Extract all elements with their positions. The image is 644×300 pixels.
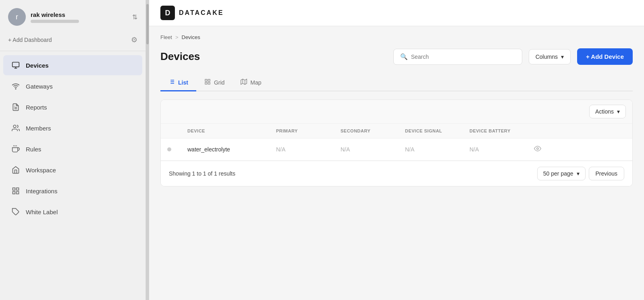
integrations-icon [11, 186, 20, 195]
grid-tab-icon [204, 79, 211, 86]
tab-map-label: Map [250, 79, 261, 86]
gateways-icon [11, 82, 20, 91]
row-view-icon[interactable] [534, 145, 554, 154]
breadcrumb-current: Devices [182, 34, 200, 40]
sidebar-item-reports-label: Reports [26, 104, 47, 111]
svg-point-28 [537, 148, 539, 150]
white-label-icon [11, 207, 20, 216]
sidebar: r rak wireless ⇅ + Add Dashboard ⚙ Devic… [0, 0, 146, 300]
actions-label: Actions [595, 108, 614, 115]
row-status [167, 147, 187, 151]
add-dashboard-button[interactable]: + Add Dashboard [8, 37, 52, 43]
devices-table: Actions ▾ DEVICE PRIMARY SECONDARY DEVIC… [160, 99, 633, 186]
workspace-icon [11, 166, 20, 174]
per-page-label: 50 per page [543, 170, 573, 177]
actions-bar: Actions ▾ [161, 100, 632, 124]
col-header-status [167, 128, 187, 133]
table-header: DEVICE PRIMARY SECONDARY DEVICE SIGNAL D… [161, 124, 632, 139]
svg-rect-13 [13, 192, 15, 194]
logo-box: D [160, 6, 175, 20]
columns-chevron-icon: ▾ [561, 54, 564, 60]
sidebar-item-gateways-label: Gateways [26, 83, 53, 90]
sidebar-actions-bar: + Add Dashboard ⚙ [0, 32, 145, 51]
workspace-header: r rak wireless ⇅ [0, 0, 145, 32]
search-input[interactable] [411, 54, 515, 60]
actions-chevron-icon: ▾ [617, 108, 620, 115]
tab-grid-label: Grid [214, 79, 224, 86]
svg-point-3 [15, 89, 16, 89]
sidebar-item-members-label: Members [26, 125, 51, 132]
svg-point-6 [13, 125, 16, 128]
logo-area: D DATACAKE [160, 6, 224, 20]
col-header-signal: DEVICE SIGNAL [405, 128, 469, 133]
content-area: Fleet > Devices Devices 🔍 Columns ▾ + Ad… [149, 26, 644, 300]
svg-rect-23 [208, 82, 210, 84]
row-primary: N/A [276, 146, 341, 153]
sidebar-item-workspace[interactable]: Workspace [3, 160, 142, 180]
page-title: Devices [160, 50, 387, 63]
chevron-updown-icon[interactable]: ⇅ [132, 13, 137, 21]
sidebar-item-members[interactable]: Members [3, 118, 142, 138]
search-box[interactable]: 🔍 [393, 49, 522, 65]
tab-grid[interactable]: Grid [196, 74, 233, 91]
svg-rect-12 [17, 192, 19, 194]
col-header-row-actions [534, 128, 554, 133]
results-text: Showing 1 to 1 of 1 results [169, 170, 235, 177]
logo-text: DATACAKE [179, 9, 224, 17]
row-battery: N/A [469, 146, 534, 153]
sidebar-item-gateways[interactable]: Gateways [3, 76, 142, 96]
row-secondary: N/A [341, 146, 405, 153]
sidebar-item-workspace-label: Workspace [26, 167, 56, 174]
row-device-name[interactable]: water_electrolyte [187, 146, 276, 153]
svg-rect-24 [205, 82, 207, 84]
svg-rect-22 [208, 79, 210, 81]
scroll-thumb[interactable] [146, 4, 149, 44]
col-header-device: DEVICE [187, 128, 276, 133]
table-footer: Showing 1 to 1 of 1 results 50 per page … [161, 161, 632, 186]
sidebar-item-reports[interactable]: Reports [3, 97, 142, 117]
table-row: water_electrolyte N/A N/A N/A N/A [161, 139, 632, 161]
per-page-select[interactable]: 50 per page ▾ [537, 167, 586, 180]
sidebar-item-rules[interactable]: Rules [3, 139, 142, 159]
rules-icon [11, 145, 20, 153]
status-dot [167, 147, 171, 151]
svg-rect-21 [205, 79, 207, 81]
columns-label: Columns [536, 54, 558, 60]
sidebar-item-white-label[interactable]: White Label [3, 202, 142, 222]
sidebar-divider [0, 51, 145, 51]
row-signal: N/A [405, 146, 469, 153]
main-content: D DATACAKE Fleet > Devices Devices 🔍 Col… [149, 0, 644, 300]
sidebar-item-integrations[interactable]: Integrations [3, 181, 142, 201]
pagination-controls: 50 per page ▾ Previous [537, 167, 624, 180]
sidebar-item-integrations-label: Integrations [26, 188, 57, 194]
avatar[interactable]: r [8, 8, 26, 26]
sidebar-item-devices[interactable]: Devices [3, 55, 142, 75]
actions-button[interactable]: Actions ▾ [589, 105, 626, 118]
col-header-primary: PRIMARY [276, 128, 341, 133]
svg-rect-0 [12, 62, 19, 67]
map-tab-icon [241, 79, 247, 86]
per-page-chevron-icon: ▾ [577, 170, 580, 177]
workspace-sub-blurred [31, 20, 79, 23]
search-icon: 🔍 [400, 53, 408, 60]
tab-list-label: List [178, 79, 188, 86]
add-device-button[interactable]: + Add Device [577, 48, 633, 65]
tab-map[interactable]: Map [233, 74, 269, 91]
previous-button[interactable]: Previous [589, 167, 624, 180]
breadcrumb-separator: > [175, 34, 179, 40]
breadcrumb: Fleet > Devices [160, 34, 633, 40]
sidebar-nav: Devices Gateways Reports [0, 54, 145, 223]
svg-rect-11 [17, 188, 19, 190]
columns-button[interactable]: Columns ▾ [529, 49, 571, 64]
breadcrumb-parent[interactable]: Fleet [160, 34, 172, 40]
col-header-battery: DEVICE BATTERY [469, 128, 534, 133]
settings-gear-icon[interactable]: ⚙ [131, 35, 137, 44]
workspace-info: rak wireless [31, 11, 127, 23]
sidebar-item-rules-label: Rules [26, 146, 41, 153]
top-bar: D DATACAKE [149, 0, 644, 26]
devices-icon [11, 61, 20, 70]
members-icon [11, 124, 20, 132]
page-header: Devices 🔍 Columns ▾ + Add Device [160, 48, 633, 65]
tab-list[interactable]: List [160, 74, 196, 91]
sidebar-scrollbar[interactable] [146, 0, 149, 300]
